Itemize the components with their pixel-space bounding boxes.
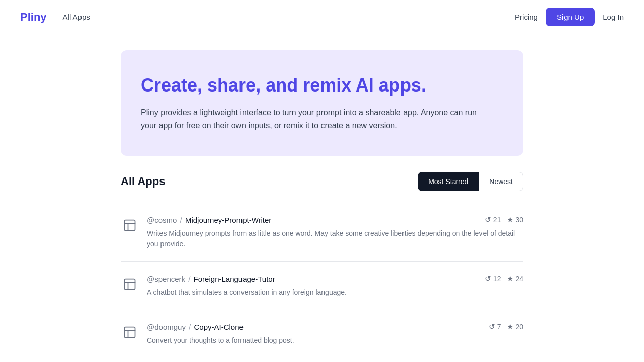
app-author: @spencerk bbox=[147, 275, 185, 283]
svg-rect-6 bbox=[125, 327, 135, 338]
app-name: @doomguy / Copy-AI-Clone bbox=[147, 323, 244, 331]
filter-buttons: Most Starred Newest bbox=[418, 172, 523, 191]
app-description: Convert your thoughts to a formatted blo… bbox=[147, 335, 523, 346]
app-description: Writes Midjourney prompts from as little… bbox=[147, 228, 523, 249]
app-name-row: @doomguy / Copy-AI-Clone ↺ 7 ★ 20 bbox=[147, 322, 523, 331]
star-icon: ★ bbox=[507, 274, 513, 283]
header: Pliny All Apps Pricing Sign Up Log In bbox=[0, 0, 644, 34]
separator: / bbox=[186, 275, 193, 283]
app-name-row: @spencerk / Foreign-Language-Tutor ↺ 12 … bbox=[147, 274, 523, 283]
app-item[interactable]: @doomguy / Copy-AI-Clone ↺ 7 ★ 20 Conver… bbox=[121, 310, 523, 358]
app-name: @cosmo / Midjourney-Prompt-Writer bbox=[147, 216, 271, 224]
svg-rect-0 bbox=[125, 220, 135, 231]
remix-count: 12 bbox=[493, 275, 501, 283]
app-list: @cosmo / Midjourney-Prompt-Writer ↺ 21 ★… bbox=[121, 203, 523, 362]
apps-section-title: All Apps bbox=[121, 175, 165, 188]
app-stats: ↺ 7 ★ 20 bbox=[489, 322, 523, 331]
app-name-row: @cosmo / Midjourney-Prompt-Writer ↺ 21 ★… bbox=[147, 215, 523, 224]
star-count: 30 bbox=[515, 216, 523, 224]
app-item[interactable]: @cosmo / Midjourney-Prompt-Writer ↺ 21 ★… bbox=[121, 203, 523, 262]
remix-stat: ↺ 12 bbox=[485, 274, 501, 283]
app-stats: ↺ 12 ★ 24 bbox=[485, 274, 523, 283]
app-icon bbox=[121, 216, 139, 234]
star-count: 24 bbox=[515, 275, 523, 283]
app-title: Copy-AI-Clone bbox=[194, 323, 243, 331]
app-content: @cosmo / Midjourney-Prompt-Writer ↺ 21 ★… bbox=[147, 215, 523, 249]
filter-newest-button[interactable]: Newest bbox=[479, 172, 523, 191]
app-item[interactable]: @spencerk / Foreign-Language-Tutor ↺ 12 … bbox=[121, 262, 523, 310]
signup-button[interactable]: Sign Up bbox=[546, 8, 595, 26]
remix-icon: ↺ bbox=[485, 274, 491, 283]
header-right: Pricing Sign Up Log In bbox=[515, 8, 624, 26]
remix-stat: ↺ 7 bbox=[489, 322, 501, 331]
star-icon: ★ bbox=[507, 322, 513, 331]
remix-count: 7 bbox=[497, 323, 501, 331]
app-icon bbox=[121, 275, 139, 293]
star-icon: ★ bbox=[507, 215, 513, 224]
nav-all-apps[interactable]: All Apps bbox=[63, 13, 90, 21]
app-author: @cosmo bbox=[147, 216, 177, 224]
hero-description: Pliny provides a lightweight interface t… bbox=[141, 106, 493, 132]
remix-count: 21 bbox=[493, 216, 501, 224]
remix-icon: ↺ bbox=[489, 322, 495, 331]
app-stats: ↺ 21 ★ 30 bbox=[485, 215, 523, 224]
login-link[interactable]: Log In bbox=[603, 13, 624, 21]
pricing-link[interactable]: Pricing bbox=[515, 13, 538, 21]
app-description: A chatbot that simulates a conversation … bbox=[147, 287, 523, 298]
svg-rect-3 bbox=[125, 279, 135, 290]
app-item[interactable]: @biw / explain-anything ↺ 11 ★ 20 bbox=[121, 358, 523, 362]
app-author: @doomguy bbox=[147, 323, 186, 331]
separator: / bbox=[178, 216, 184, 224]
app-name: @spencerk / Foreign-Language-Tutor bbox=[147, 275, 275, 283]
remix-stat: ↺ 21 bbox=[485, 215, 501, 224]
app-content: @spencerk / Foreign-Language-Tutor ↺ 12 … bbox=[147, 274, 523, 298]
star-stat: ★ 20 bbox=[507, 322, 523, 331]
star-stat: ★ 30 bbox=[507, 215, 523, 224]
star-count: 20 bbox=[515, 323, 523, 331]
app-content: @doomguy / Copy-AI-Clone ↺ 7 ★ 20 Conver… bbox=[147, 322, 523, 346]
apps-header: All Apps Most Starred Newest bbox=[121, 172, 523, 191]
hero-section: Create, share, and remix AI apps. Pliny … bbox=[121, 50, 523, 156]
app-title: Midjourney-Prompt-Writer bbox=[185, 216, 271, 224]
main-content: Create, share, and remix AI apps. Pliny … bbox=[121, 50, 523, 362]
star-stat: ★ 24 bbox=[507, 274, 523, 283]
separator: / bbox=[187, 323, 193, 331]
app-title: Foreign-Language-Tutor bbox=[194, 275, 275, 283]
remix-icon: ↺ bbox=[485, 215, 491, 224]
logo[interactable]: Pliny bbox=[20, 11, 47, 24]
app-icon bbox=[121, 323, 139, 341]
filter-most-starred-button[interactable]: Most Starred bbox=[418, 172, 479, 191]
hero-heading: Create, share, and remix AI apps. bbox=[141, 74, 503, 96]
